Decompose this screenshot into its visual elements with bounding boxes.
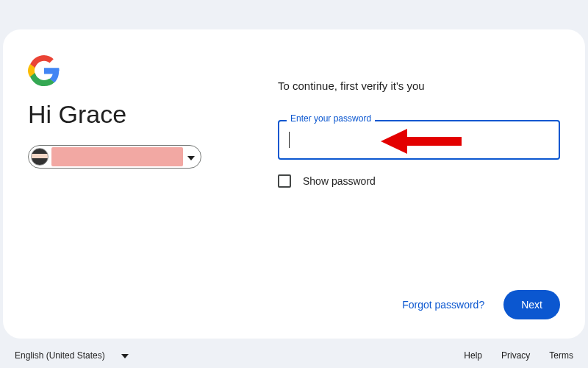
redacted-email bbox=[51, 147, 183, 166]
account-switcher[interactable] bbox=[28, 145, 201, 169]
password-input[interactable] bbox=[278, 120, 560, 160]
footer-link-terms[interactable]: Terms bbox=[549, 350, 573, 361]
action-row: Forgot password? Next bbox=[28, 290, 560, 319]
password-field-wrap: Enter your password bbox=[278, 120, 560, 160]
next-button[interactable]: Next bbox=[503, 290, 560, 319]
google-logo-icon bbox=[28, 54, 248, 87]
greeting-heading: Hi Grace bbox=[28, 100, 248, 129]
footer-link-help[interactable]: Help bbox=[464, 350, 482, 361]
password-label: Enter your password bbox=[287, 113, 375, 124]
footer: English (United States) Help Privacy Ter… bbox=[0, 339, 588, 368]
instruction-text: To continue, first verify it's you bbox=[278, 79, 560, 92]
footer-link-privacy[interactable]: Privacy bbox=[501, 350, 530, 361]
forgot-password-link[interactable]: Forgot password? bbox=[402, 299, 484, 311]
chevron-down-icon bbox=[121, 350, 129, 361]
footer-links: Help Privacy Terms bbox=[464, 350, 573, 361]
language-label: English (United States) bbox=[15, 350, 105, 361]
text-cursor bbox=[289, 132, 290, 148]
left-column: Hi Grace bbox=[28, 54, 248, 284]
right-column: To continue, first verify it's you Enter… bbox=[278, 54, 560, 284]
show-password-row: Show password bbox=[278, 174, 560, 188]
show-password-label: Show password bbox=[303, 175, 376, 187]
columns: Hi Grace To continue, first verify it's … bbox=[28, 54, 560, 284]
language-selector[interactable]: English (United States) bbox=[15, 350, 129, 361]
avatar bbox=[31, 148, 49, 166]
chevron-down-icon bbox=[187, 150, 195, 163]
signin-card: Hi Grace To continue, first verify it's … bbox=[3, 29, 585, 339]
show-password-checkbox[interactable] bbox=[278, 174, 291, 188]
